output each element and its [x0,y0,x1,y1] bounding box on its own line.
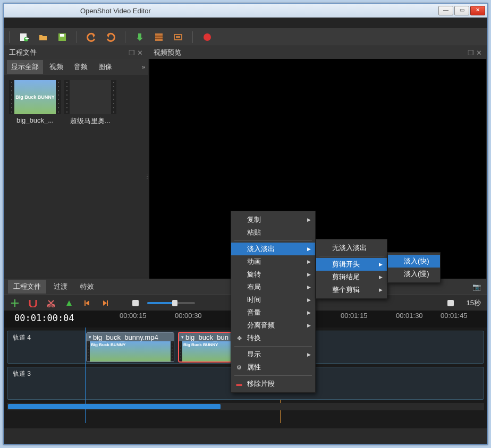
ruler-tick: 00:00:15 [120,312,147,320]
fade-speed-submenu: 淡入(快) 淡入(慢) [387,252,441,283]
ctx-separate-audio[interactable]: 分离音频▶ [231,319,315,332]
ctx-remove-clip[interactable]: ▬移除片段 [231,377,315,390]
ctx-properties[interactable]: ⚙属性 [231,361,315,374]
undock-icon[interactable]: ❐ [129,49,135,57]
tab-audio[interactable]: 音频 [70,60,92,74]
add-marker-icon[interactable] [64,298,74,308]
playhead-line [85,328,86,423]
ctx-fade[interactable]: 淡入淡出▶ [231,243,315,255]
file-item-mario[interactable]: 超级马里奥... [64,80,116,126]
import-files-icon[interactable] [135,32,145,42]
ctx-no-fade[interactable]: 无淡入淡出 [316,242,387,254]
timeline-h-scrollbar[interactable] [7,403,484,410]
razor-icon[interactable] [46,298,56,308]
svg-rect-6 [155,33,163,41]
zoom-toggle-icon[interactable] [447,300,454,306]
prev-marker-icon[interactable] [82,298,92,308]
ruler-tick: 00:00:30 [175,312,202,320]
svg-rect-10 [176,36,180,38]
gear-icon: ⚙ [235,364,243,371]
timeline-clip[interactable]: ▾big_buck_bunny.mp4 Big Buck BUNNY [86,332,174,362]
ctx-whole-clip[interactable]: 整个剪辑▶ [316,283,387,296]
window-title: OpenShot Video Editor [6,7,438,15]
file-item-bbb[interactable]: Big Buck BUNNY big_buck_... [9,80,61,124]
clip-title: big_buck_bun [185,333,228,341]
snapshot-icon[interactable]: 📷 [472,283,481,291]
project-files-header: 工程文件 ❐ ✕ [4,46,148,59]
app-window: OpenShot Video Editor — ▭ ✕ + 工程文件 ❐ ✕ [3,3,488,445]
center-playhead-icon[interactable] [132,300,139,306]
ctx-clip-start[interactable]: 剪辑开头▶ [316,258,387,271]
choose-profile-icon[interactable] [154,32,164,42]
close-button[interactable]: ✕ [470,6,485,15]
ctx-animate[interactable]: 动画▶ [231,255,315,268]
video-preview-header: 视频预览 ❐ ✕ [148,46,487,59]
tab-transitions[interactable]: 过渡 [48,280,73,294]
ctx-transform[interactable]: ✥转换 [231,332,315,344]
chevron-down-icon[interactable]: ▾ [181,334,184,340]
zoom-slider[interactable] [147,302,195,304]
track-label: 轨道 3 [13,369,31,378]
svg-rect-7 [155,36,163,37]
open-project-icon[interactable] [38,32,48,42]
tab-image[interactable]: 图像 [94,60,116,74]
minus-icon: ▬ [235,381,243,387]
ctx-copy[interactable]: 复制▶ [231,213,315,226]
ctx-clip-end[interactable]: 剪辑结尾▶ [316,271,387,283]
ctx-rotate[interactable]: 旋转▶ [231,268,315,281]
ctx-paste[interactable]: 粘贴 [231,226,315,239]
file-thumbnail [70,80,111,114]
move-icon: ✥ [235,335,243,342]
toolbar-separator [77,31,77,43]
svg-text:+: + [25,35,29,42]
ctx-fade-slow[interactable]: 淡入(慢) [388,268,440,280]
window-controls: — ▭ ✕ [438,6,485,15]
menu-bar [4,18,487,28]
file-thumbnail: Big Buck BUNNY [14,80,56,114]
redo-icon[interactable] [106,32,115,42]
tab-effects[interactable]: 特效 [75,280,99,294]
menu-separator [234,346,312,347]
toolbar-separator [192,31,193,43]
svg-rect-8 [155,38,163,39]
close-panel-icon[interactable]: ✕ [476,49,482,57]
zoom-seconds-label: 15秒 [467,298,481,308]
clip-title: big_buck_bunny.mp4 [93,333,158,341]
tabs-overflow-icon[interactable]: » [142,64,145,70]
fade-submenu: 无淡入淡出 剪辑开头▶ 剪辑结尾▶ 整个剪辑▶ [316,239,387,299]
undock-icon[interactable]: ❐ [468,49,474,57]
minimize-button[interactable]: — [438,6,453,15]
menu-separator [234,240,312,241]
tab-video[interactable]: 视频 [45,60,67,74]
menu-separator [234,375,312,376]
ruler-tick: 00:01:30 [396,312,423,320]
project-files-area[interactable]: Big Buck BUNNY big_buck_... 超级马里奥... ⋮ [4,75,148,277]
maximize-button[interactable]: ▭ [454,6,469,15]
add-track-icon[interactable] [10,298,20,308]
save-project-icon[interactable] [57,32,67,42]
close-panel-icon[interactable]: ✕ [137,49,143,57]
project-files-title: 工程文件 [9,48,37,57]
new-project-icon[interactable]: + [19,32,29,42]
main-toolbar: + [4,28,487,46]
ruler-tick: 00:01:45 [441,312,468,320]
undo-icon[interactable] [87,32,96,42]
ctx-layout[interactable]: 布局▶ [231,281,315,294]
ctx-display[interactable]: 显示▶ [231,348,315,361]
toolbar-separator [125,31,125,43]
track-label: 轨道 4 [13,333,31,342]
next-marker-icon[interactable] [100,298,110,308]
fullscreen-icon[interactable] [173,32,183,42]
ctx-time[interactable]: 时间▶ [231,294,315,306]
snap-icon[interactable] [28,298,38,308]
export-video-icon[interactable] [202,32,212,42]
chevron-down-icon[interactable]: ▾ [89,334,91,340]
tab-project-files[interactable]: 工程文件 [8,280,46,294]
ctx-volume[interactable]: 音量▶ [231,306,315,319]
tab-show-all[interactable]: 显示全部 [7,60,43,74]
ctx-fade-fast[interactable]: 淡入(快) [388,255,440,268]
svg-rect-4 [60,34,64,37]
ruler-tick: 00:01:15 [341,312,368,320]
timecode-display: 00:01:00:04 [14,313,74,323]
video-preview-title: 视频预览 [154,48,181,57]
